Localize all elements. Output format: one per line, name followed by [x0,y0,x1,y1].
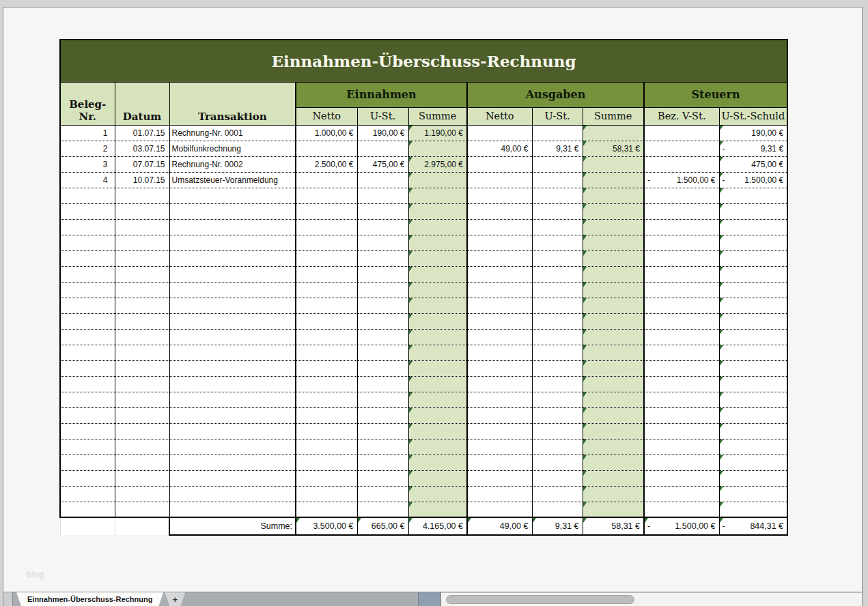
empty-cell-einnahmen-summe[interactable] [408,423,467,439]
cell-datum[interactable]: 10.07.15 [115,172,169,188]
cell-einnahmen-netto[interactable]: 2.500,00 € [296,156,357,172]
empty-cell-bez-vst[interactable] [644,345,719,360]
empty-cell-ust-schuld[interactable] [719,392,787,407]
empty-cell-einnahmen-netto[interactable] [296,376,357,392]
empty-cell-ust-schuld[interactable] [719,502,787,517]
empty-cell-transaktion[interactable] [169,502,296,517]
cell-einnahmen-ust[interactable] [357,172,408,188]
empty-cell-bez-vst[interactable] [644,313,719,329]
empty-cell-ausgaben-ust[interactable] [532,392,583,407]
empty-cell-ust-schuld[interactable] [719,219,787,235]
cell-einnahmen-netto[interactable]: 1.000,00 € [296,125,357,141]
empty-cell-transaktion[interactable] [169,360,296,376]
summary-label[interactable]: Summe: [169,517,296,535]
column-header-ausgaben-summe[interactable]: Summe [583,107,644,125]
empty-cell-ausgaben-netto[interactable] [467,329,532,345]
empty-cell-einnahmen-ust[interactable] [357,250,408,266]
empty-cell-ausgaben-ust[interactable] [532,266,583,282]
sum-ausgaben-netto[interactable]: 49,00 € [467,517,532,535]
empty-cell-einnahmen-ust[interactable] [357,313,408,329]
empty-cell-bez-vst[interactable] [644,250,719,266]
empty-cell-einnahmen-ust[interactable] [357,470,408,486]
empty-cell-einnahmen-summe[interactable] [408,454,467,470]
empty-cell-ausgaben-ust[interactable] [532,439,583,454]
empty-cell-datum[interactable] [115,454,169,470]
empty-cell-bez-vst[interactable] [644,439,719,454]
empty-cell-beleg-nr[interactable] [60,329,115,345]
empty-cell-bez-vst[interactable] [644,282,719,298]
empty-cell-bez-vst[interactable] [644,502,719,517]
cell-einnahmen-summe[interactable] [408,141,467,156]
cell-beleg-nr[interactable]: 2 [60,141,115,156]
empty-cell-ust-schuld[interactable] [719,454,787,470]
cell-transaktion[interactable]: Umsatzsteuer-Voranmeldung [169,172,296,188]
cell-ausgaben-ust[interactable] [532,125,583,141]
empty-cell-einnahmen-netto[interactable] [296,282,357,298]
empty-cell-einnahmen-netto[interactable] [296,266,357,282]
empty-cell-ust-schuld[interactable] [719,470,787,486]
empty-cell-ust-schuld[interactable] [719,329,787,345]
empty-cell-einnahmen-netto[interactable] [296,329,357,345]
empty-cell-ausgaben-ust[interactable] [532,282,583,298]
empty-cell-bez-vst[interactable] [644,235,719,250]
empty-cell-beleg-nr[interactable] [60,502,115,517]
empty-cell-ausgaben-netto[interactable] [467,282,532,298]
empty-cell-einnahmen-summe[interactable] [408,345,467,360]
empty-cell-ausgaben-ust[interactable] [532,376,583,392]
empty-cell-einnahmen-summe[interactable] [408,502,467,517]
empty-cell-ausgaben-summe[interactable] [583,439,644,454]
empty-cell-einnahmen-ust[interactable] [357,345,408,360]
cell-bez-vst[interactable] [644,141,719,156]
empty-cell-einnahmen-ust[interactable] [357,282,408,298]
cell-einnahmen-ust[interactable]: 190,00 € [357,125,408,141]
empty-cell-bez-vst[interactable] [644,454,719,470]
empty-cell-ausgaben-netto[interactable] [467,439,532,454]
empty-cell-einnahmen-netto[interactable] [296,188,357,203]
empty-cell-datum[interactable] [115,423,169,439]
empty-cell-ausgaben-ust[interactable] [532,486,583,502]
empty-cell-einnahmen-netto[interactable] [296,298,357,313]
column-header-einnahmen-ust[interactable]: U-St. [357,107,408,125]
empty-cell-beleg-nr[interactable] [60,203,115,219]
empty-cell-einnahmen-ust[interactable] [357,439,408,454]
empty-cell-ausgaben-netto[interactable] [467,203,532,219]
empty-cell-ausgaben-ust[interactable] [532,423,583,439]
empty-cell-einnahmen-summe[interactable] [408,360,467,376]
empty-cell-transaktion[interactable] [169,282,296,298]
empty-cell-ausgaben-netto[interactable] [467,188,532,203]
empty-cell-ausgaben-summe[interactable] [583,345,644,360]
sum-einnahmen-ust[interactable]: 665,00 € [357,517,408,535]
empty-cell-bez-vst[interactable] [644,376,719,392]
cell-ust-schuld[interactable]: -9,31 € [719,141,787,156]
empty-cell-einnahmen-netto[interactable] [296,470,357,486]
empty-cell-beleg-nr[interactable] [60,313,115,329]
empty-cell-ausgaben-netto[interactable] [467,360,532,376]
empty-cell-datum[interactable] [115,376,169,392]
column-header-bez-vst[interactable]: Bez. V-St. [644,107,719,125]
empty-cell-einnahmen-summe[interactable] [408,439,467,454]
empty-cell-einnahmen-netto[interactable] [296,219,357,235]
empty-cell-einnahmen-netto[interactable] [296,313,357,329]
empty-cell-einnahmen-ust[interactable] [357,392,408,407]
empty-cell-beleg-nr[interactable] [60,407,115,423]
empty-cell-datum[interactable] [115,439,169,454]
sum-einnahmen-netto[interactable]: 3.500,00 € [296,517,357,535]
empty-cell-ust-schuld[interactable] [719,439,787,454]
cell-ausgaben-netto[interactable] [467,172,532,188]
empty-cell-datum[interactable] [115,392,169,407]
empty-cell-einnahmen-summe[interactable] [408,188,467,203]
empty-cell-ausgaben-summe[interactable] [583,470,644,486]
column-header-ausgaben-ust[interactable]: U-St. [532,107,583,125]
empty-cell-einnahmen-netto[interactable] [296,502,357,517]
empty-cell-ausgaben-netto[interactable] [467,376,532,392]
empty-cell-beleg-nr[interactable] [60,439,115,454]
empty-cell-einnahmen-netto[interactable] [296,345,357,360]
empty-cell-ust-schuld[interactable] [719,376,787,392]
empty-cell-einnahmen-ust[interactable] [357,188,408,203]
empty-cell-ust-schuld[interactable] [719,266,787,282]
empty-cell-ausgaben-netto[interactable] [467,345,532,360]
cell-ausgaben-ust[interactable]: 9,31 € [532,141,583,156]
empty-cell-einnahmen-ust[interactable] [357,376,408,392]
empty-cell-ust-schuld[interactable] [719,313,787,329]
empty-cell-ausgaben-summe[interactable] [583,392,644,407]
